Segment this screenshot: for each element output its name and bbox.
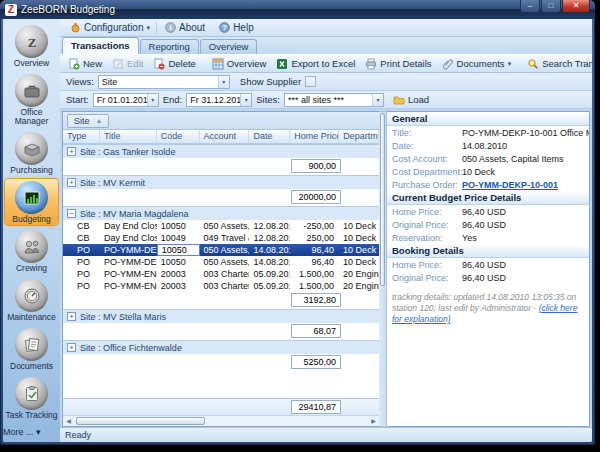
configuration-icon bbox=[70, 22, 81, 33]
sidebar-item-task-tracking[interactable]: Task Tracking bbox=[5, 375, 58, 421]
cell-title: Day End Closing ... bbox=[100, 220, 157, 232]
vertical-scroll-thumb[interactable] bbox=[380, 113, 385, 286]
horizontal-scrollbar[interactable]: ◀ ▶ bbox=[63, 415, 379, 426]
end-date-select[interactable]: Fr 31.12.2010 ▾ bbox=[186, 93, 252, 107]
export-to-excel-button[interactable]: Export to Excel bbox=[272, 57, 359, 71]
overview-module-icon: Z bbox=[15, 25, 48, 58]
sidebar-item-documents[interactable]: Documents bbox=[5, 326, 58, 372]
print-details-button[interactable]: Print Details bbox=[361, 57, 435, 71]
transaction-row[interactable]: CBDay End Closing ...10050050 Assets, C.… bbox=[63, 220, 379, 232]
show-supplier-checkbox[interactable] bbox=[305, 76, 316, 87]
sidebar-item-label: Overview bbox=[5, 59, 58, 68]
sidebar-more-button[interactable]: More ... ▾ bbox=[3, 424, 60, 440]
sidebar-item-office-manager[interactable]: Office Manager bbox=[5, 72, 58, 127]
cell-home-price: 250,00 bbox=[290, 232, 339, 244]
views-filter-row: Views: Site ▾ Show Supplier bbox=[60, 73, 592, 91]
documents-button[interactable]: Documents▾ bbox=[438, 57, 516, 71]
excel-icon bbox=[276, 58, 288, 70]
horizontal-scroll-thumb[interactable] bbox=[76, 417, 205, 425]
group-summary-row: 900,00 bbox=[63, 158, 379, 175]
detail-label: Reservation: bbox=[392, 233, 462, 243]
group-row-site-gas-tanker-isolde[interactable]: +Site : Gas Tanker Isolde bbox=[63, 144, 379, 158]
sidebar-item-overview[interactable]: ZOverview bbox=[5, 23, 58, 69]
group-row-site-mv-stella-maris[interactable]: +Site : MV Stella Maris bbox=[63, 309, 379, 323]
group-by-label: Site bbox=[74, 116, 90, 126]
sidebar-item-budgeting[interactable]: Budgeting bbox=[5, 179, 58, 225]
scroll-left-icon[interactable]: ◀ bbox=[63, 416, 74, 426]
sidebar-item-crewing[interactable]: Crewing bbox=[5, 228, 58, 274]
cell-title: PO-YMM-DEKP-... bbox=[100, 256, 157, 268]
group-summary-row: 3192,80 bbox=[63, 292, 379, 309]
cell-home-price: -250,00 bbox=[290, 220, 339, 232]
purchase-order-link[interactable]: PO-YMM-DEKP-10-001 bbox=[462, 180, 558, 190]
status-text: Ready bbox=[65, 430, 91, 440]
group-by-site[interactable]: Site ▲ bbox=[67, 114, 109, 128]
details-panel: GeneralTitle:PO-YMM-DEKP-10-001 Office M… bbox=[387, 111, 590, 427]
menu-about[interactable]: iAbout bbox=[159, 21, 211, 34]
views-select[interactable]: Site ▾ bbox=[98, 75, 230, 89]
tabstrip: TransactionsReportingOverview bbox=[60, 37, 592, 54]
transaction-row[interactable]: POPO-YMM-DEKP-...10050050 Assets, C...14… bbox=[63, 244, 379, 256]
documents-icon bbox=[442, 58, 454, 70]
new-button[interactable]: New bbox=[64, 57, 106, 71]
cell-department: 10 Deck bbox=[339, 244, 379, 256]
close-button[interactable]: ✕ bbox=[562, 0, 590, 13]
transaction-row[interactable]: POPO-YMM-DEKP-...10050050 Assets, C...14… bbox=[63, 256, 379, 268]
chevron-down-icon[interactable]: ▾ bbox=[240, 94, 251, 106]
sites-select[interactable]: *** all sites *** ▾ bbox=[284, 93, 384, 107]
group-row-site-office-fichtenwalde[interactable]: +Site : Office Fichtenwalde bbox=[63, 340, 379, 354]
column-header-account[interactable]: Account bbox=[200, 130, 250, 143]
column-header-date[interactable]: Date bbox=[249, 130, 290, 143]
start-date-value: Fr 01.01.2010 bbox=[97, 95, 147, 105]
documents-module-icon bbox=[15, 328, 48, 361]
chevron-down-icon: ▾ bbox=[508, 60, 512, 68]
cell-department: 10 Deck bbox=[339, 220, 379, 232]
section-header-general: General bbox=[387, 112, 589, 126]
column-header-code[interactable]: Code bbox=[157, 130, 200, 143]
load-button[interactable]: Load bbox=[388, 92, 434, 107]
maximize-button[interactable]: □ bbox=[541, 0, 561, 13]
search-transaction-button[interactable]: Search Transaction bbox=[523, 57, 592, 71]
sidebar-item-purchasing[interactable]: Purchasing bbox=[5, 130, 58, 176]
tab-reporting[interactable]: Reporting bbox=[140, 39, 199, 54]
sidebar-item-maintenance[interactable]: Maintenance bbox=[5, 277, 58, 323]
tab-transactions[interactable]: Transactions bbox=[62, 37, 139, 54]
minimize-button[interactable]: – bbox=[520, 0, 540, 13]
start-date-select[interactable]: Fr 01.01.2010 ▾ bbox=[93, 93, 159, 107]
chevron-down-icon[interactable]: ▾ bbox=[218, 76, 229, 88]
scroll-right-icon[interactable]: ▶ bbox=[368, 416, 379, 426]
cell-date: 12.08.2010 bbox=[249, 220, 290, 232]
menu-configuration[interactable]: Configuration▾ bbox=[64, 21, 157, 34]
expand-icon[interactable]: + bbox=[67, 178, 76, 187]
overview-button[interactable]: Overview bbox=[208, 57, 271, 71]
group-row-site-mv-kermit[interactable]: +Site : MV Kermit bbox=[63, 175, 379, 189]
tab-overview[interactable]: Overview bbox=[200, 39, 258, 54]
group-summary-row: 20000,00 bbox=[63, 189, 379, 206]
delete-icon bbox=[153, 58, 165, 70]
expand-icon[interactable]: + bbox=[67, 343, 76, 352]
grid-header: TypeTitleCodeAccountDateHome PriceDepart… bbox=[63, 130, 379, 144]
transaction-row[interactable]: CBDay End Closing ...10049049 Travel & .… bbox=[63, 232, 379, 244]
chevron-down-icon[interactable]: ▾ bbox=[147, 94, 158, 106]
cell-account: 049 Travel & ... bbox=[200, 232, 250, 244]
expand-icon[interactable]: + bbox=[67, 312, 76, 321]
column-header-type[interactable]: Type bbox=[63, 130, 100, 143]
transaction-row[interactable]: POPO-YMM-ENGP-...20003003 Charter S...05… bbox=[63, 268, 379, 280]
expand-icon[interactable]: + bbox=[67, 147, 76, 156]
detail-label: Original Price: bbox=[392, 273, 462, 283]
chevron-down-icon[interactable]: ▾ bbox=[372, 94, 383, 106]
delete-button[interactable]: Delete bbox=[149, 57, 199, 71]
edit-button[interactable]: Edit bbox=[108, 57, 147, 71]
collapse-icon[interactable]: − bbox=[67, 209, 76, 218]
column-header-department[interactable]: Department bbox=[339, 130, 379, 143]
sidebar-item-label: Crewing bbox=[5, 264, 58, 273]
group-name: Site : MV Maria Magdalena bbox=[80, 209, 189, 219]
menu-help[interactable]: ?Help bbox=[213, 21, 260, 34]
group-row-site-mv-maria-magdalena[interactable]: −Site : MV Maria Magdalena bbox=[63, 206, 379, 220]
column-header-home-price[interactable]: Home Price bbox=[290, 130, 339, 143]
column-header-title[interactable]: Title bbox=[100, 130, 157, 143]
about-icon: i bbox=[165, 22, 176, 33]
transaction-row[interactable]: POPO-YMM-ENGP-...20003003 Charter S...05… bbox=[63, 280, 379, 292]
vertical-scrollbar[interactable] bbox=[379, 111, 387, 427]
cell-type: PO bbox=[63, 280, 100, 292]
